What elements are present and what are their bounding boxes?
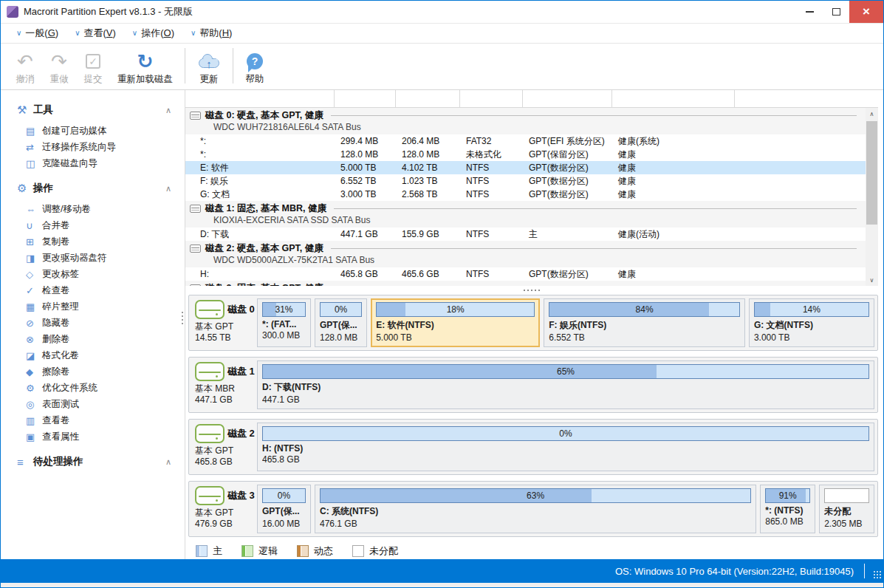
horizontal-splitter-handle[interactable] bbox=[185, 286, 878, 295]
sidebar-item-查看属性[interactable]: ▣ 查看属性 bbox=[1, 428, 185, 445]
partition-label: *: (FAT... bbox=[262, 319, 306, 329]
partition-label: F: 娱乐(NTFS) bbox=[549, 319, 740, 332]
column-header[interactable] bbox=[396, 90, 460, 107]
sidebar-item-合并卷[interactable]: ∪ 合并卷 bbox=[1, 217, 185, 233]
volume-row[interactable]: F: 娱乐 6.552 TB 1.023 TB NTFS GPT(数据分区) 健… bbox=[185, 174, 866, 188]
scrollbar-thumb[interactable] bbox=[866, 121, 877, 225]
volume-row[interactable]: G: 文档 3.000 TB 2.568 TB NTFS GPT(数据分区) 健… bbox=[185, 188, 866, 201]
disk-label[interactable]: 磁盘 1 基本 MBR447.1 GB bbox=[192, 360, 257, 409]
usage-percent: 65% bbox=[263, 365, 868, 378]
sidebar-item-删除卷[interactable]: ⊗ 删除卷 bbox=[1, 331, 185, 347]
vertical-scrollbar[interactable]: ∧ ∨ bbox=[866, 108, 878, 286]
commit-icon: ✓ bbox=[86, 50, 100, 72]
scroll-up-arrow-icon[interactable]: ∧ bbox=[866, 108, 878, 120]
partition-block[interactable]: 63% C: 系统(NTFS) 476.1 GB bbox=[315, 485, 756, 533]
column-header[interactable] bbox=[523, 90, 612, 107]
volume-row[interactable]: H: 465.8 GB 465.6 GB NTFS GPT(数据分区) 健康 bbox=[185, 267, 866, 281]
column-header[interactable] bbox=[612, 90, 735, 107]
usage-bar: 63% bbox=[320, 488, 751, 503]
partition-label: *: (NTFS) bbox=[765, 505, 810, 516]
app-window: Macrorit Partition Expert v8.1.3 - 无限版 ×… bbox=[0, 0, 884, 588]
partition-label: GPT(保... bbox=[262, 505, 306, 518]
disk-icon bbox=[195, 424, 225, 443]
surface-test-icon: ◎ bbox=[26, 399, 42, 410]
sidebar-section-工具[interactable]: ⚒ 工具 ∧ bbox=[1, 100, 185, 120]
usage-bar: 65% bbox=[262, 364, 869, 379]
partition-block[interactable]: 0% GPT(保... 128.0 MB bbox=[315, 298, 367, 347]
sidebar-item-创建可启动媒体[interactable]: ▤ 创建可启动媒体 bbox=[1, 123, 185, 139]
volume-row[interactable]: *: 299.4 MB 206.4 MB FAT32 GPT(EFI 系统分区)… bbox=[185, 134, 866, 148]
sidebar-item-迁移操作系统向导[interactable]: ⇄ 迁移操作系统向导 bbox=[1, 139, 185, 155]
partition-label: D: 下载(NTFS) bbox=[262, 381, 869, 394]
sidebar-item-更改标签[interactable]: ◇ 更改标签 bbox=[1, 266, 185, 282]
disk-map-row: 磁盘 2 基本 GPT465.8 GB 0% H: (NTFS) 465.8 G… bbox=[188, 419, 878, 475]
sidebar-item-隐藏卷[interactable]: ⊘ 隐藏卷 bbox=[1, 315, 185, 331]
column-header[interactable] bbox=[460, 90, 523, 107]
maximize-button[interactable] bbox=[823, 1, 849, 23]
sidebar-item-擦除卷[interactable]: ◆ 擦除卷 bbox=[1, 363, 185, 380]
view-volume-icon: ▥ bbox=[26, 415, 42, 426]
sidebar-splitter-handle[interactable] bbox=[182, 312, 183, 324]
column-header[interactable] bbox=[335, 90, 396, 107]
sidebar-item-更改驱动器盘符[interactable]: ◨ 更改驱动器盘符 bbox=[1, 250, 185, 266]
resize-grip[interactable] bbox=[874, 571, 881, 578]
volume-row[interactable]: *: 128.0 MB 128.0 MB 未格式化 GPT(保留分区) 健康 bbox=[185, 148, 866, 161]
volume-row[interactable]: D: 下载 447.1 GB 155.9 GB NTFS 主 健康(活动) bbox=[185, 228, 866, 241]
toolbar-button[interactable]: ? 帮助 bbox=[238, 44, 272, 89]
disk-label[interactable]: 磁盘 3 基本 GPT476.9 GB bbox=[192, 485, 257, 533]
sidebar-item-克隆磁盘向导[interactable]: ◫ 克隆磁盘向导 bbox=[1, 155, 185, 171]
disk-group-row[interactable]: 磁盘 0: 硬盘, 基本 GPT, 健康 WDC WUH721816ALE6L4… bbox=[185, 108, 866, 134]
sidebar-item-检查卷[interactable]: ✓ 检查卷 bbox=[1, 282, 185, 298]
disk-group-row[interactable]: 磁盘 1: 固态, 基本 MBR, 健康 KIOXIA-EXCERIA SATA… bbox=[185, 201, 866, 228]
sidebar-item-优化文件系统[interactable]: ⚙ 优化文件系统 bbox=[1, 380, 185, 396]
usage-percent: 31% bbox=[263, 303, 305, 316]
sidebar-item-调整/移动卷[interactable]: ⇔ 调整/移动卷 bbox=[1, 201, 185, 217]
menu-item[interactable]: ∨ 操作(O) bbox=[126, 24, 181, 42]
partition-block[interactable]: 14% G: 文档(NTFS) 3.000 TB bbox=[749, 298, 874, 347]
close-button[interactable]: × bbox=[849, 1, 883, 23]
sidebar-item-碎片整理[interactable]: ▦ 碎片整理 bbox=[1, 298, 185, 315]
toolbar-button[interactable]: ↑ 更新 bbox=[190, 44, 228, 89]
minimize-button[interactable] bbox=[796, 1, 823, 23]
wipe-volume-icon: ◆ bbox=[26, 366, 42, 377]
tools-icon: ⚒ bbox=[17, 103, 33, 117]
disk-group-row[interactable]: 磁盘 2: 硬盘, 基本 GPT, 健康 WDC WD5000AZLX-75K2… bbox=[185, 241, 866, 267]
partition-block[interactable]: 31% *: (FAT... 300.0 MB bbox=[257, 298, 311, 347]
sidebar-item-表面测试[interactable]: ◎ 表面测试 bbox=[1, 396, 185, 412]
sidebar-section: ⚙ 操作 ∧ ⇔ 调整/移动卷 ∪ 合并卷 ⊞ 复制卷 ◨ 更改驱动器盘符 ◇ … bbox=[1, 179, 185, 452]
legend-item: 主 bbox=[196, 544, 222, 558]
partition-size: 476.1 GB bbox=[320, 519, 751, 529]
chevron-down-icon: ∨ bbox=[191, 30, 196, 37]
sidebar-item-复制卷[interactable]: ⊞ 复制卷 bbox=[1, 233, 185, 250]
sidebar-item-格式化卷[interactable]: ◪ 格式化卷 bbox=[1, 347, 185, 363]
disk-group-row[interactable]: 磁盘 3: 固态, 基本 GPT, 健康 bbox=[185, 281, 866, 286]
partition-label: C: 系统(NTFS) bbox=[320, 505, 751, 518]
sidebar-section-操作[interactable]: ⚙ 操作 ∧ bbox=[1, 179, 185, 198]
partition-block[interactable]: 0% H: (NTFS) 465.8 GB bbox=[257, 423, 874, 471]
menu-item[interactable]: ∨ 帮助(H) bbox=[184, 24, 239, 42]
partition-block[interactable]: 0% GPT(保... 16.00 MB bbox=[257, 485, 311, 533]
menu-item[interactable]: ∨ 查看(V) bbox=[68, 24, 123, 42]
legend-swatch-icon bbox=[352, 545, 364, 557]
scroll-down-arrow-icon[interactable]: ∨ bbox=[866, 274, 878, 286]
legend-swatch-icon bbox=[297, 545, 309, 557]
disk-label[interactable]: 磁盘 2 基本 GPT465.8 GB bbox=[192, 423, 257, 471]
menu-item[interactable]: ∨ 一般(G) bbox=[10, 24, 65, 42]
partition-block[interactable]: 84% F: 娱乐(NTFS) 6.552 TB bbox=[544, 298, 745, 347]
disk-label[interactable]: 磁盘 0 基本 GPT14.55 TB bbox=[192, 298, 257, 347]
volume-row[interactable]: E: 软件 5.000 TB 4.102 TB NTFS GPT(数据分区) 健… bbox=[185, 161, 866, 174]
sidebar-section-待处理操作[interactable]: ≡ 待处理操作 ∧ bbox=[1, 452, 185, 471]
partition-block[interactable]: 未分配 2.305 MB bbox=[819, 485, 874, 533]
column-header[interactable] bbox=[185, 90, 335, 107]
toolbar-button[interactable]: ↻ 重新加载磁盘 bbox=[110, 44, 180, 89]
partition-block[interactable]: 18% E: 软件(NTFS) 5.000 TB bbox=[371, 298, 540, 347]
partition-size: 300.0 MB bbox=[262, 330, 306, 341]
properties-icon: ▣ bbox=[26, 431, 42, 442]
partition-block[interactable]: 91% *: (NTFS) 865.0 MB bbox=[760, 485, 815, 533]
usage-bar bbox=[824, 488, 869, 503]
disk-icon bbox=[195, 362, 225, 381]
disk-icon bbox=[190, 284, 201, 286]
sidebar-item-查看卷[interactable]: ▥ 查看卷 bbox=[1, 412, 185, 428]
partition-block[interactable]: 65% D: 下载(NTFS) 447.1 GB bbox=[257, 360, 874, 409]
optimize-fs-icon: ⚙ bbox=[26, 383, 42, 394]
